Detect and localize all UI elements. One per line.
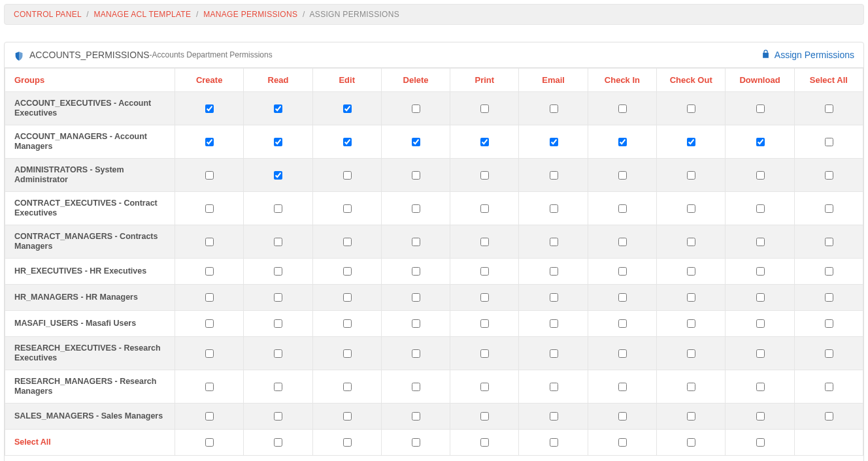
- perm-checkbox[interactable]: [412, 319, 420, 328]
- perm-checkbox[interactable]: [480, 293, 489, 302]
- perm-checkbox[interactable]: [343, 171, 352, 180]
- perm-checkbox[interactable]: [412, 267, 420, 276]
- perm-checkbox[interactable]: [412, 293, 420, 302]
- perm-checkbox[interactable]: [825, 104, 833, 113]
- perm-checkbox[interactable]: [687, 319, 695, 328]
- perm-checkbox[interactable]: [205, 138, 214, 146]
- perm-checkbox[interactable]: [205, 383, 214, 391]
- perm-checkbox[interactable]: [343, 104, 352, 113]
- breadcrumb-link-manage-permissions[interactable]: MANAGE PERMISSIONS: [203, 10, 297, 19]
- perm-checkbox[interactable]: [274, 349, 282, 358]
- perm-checkbox[interactable]: [825, 412, 833, 421]
- perm-checkbox[interactable]: [687, 383, 695, 391]
- perm-checkbox[interactable]: [274, 383, 282, 391]
- perm-checkbox[interactable]: [618, 238, 627, 246]
- perm-checkbox[interactable]: [618, 267, 627, 276]
- perm-checkbox[interactable]: [618, 293, 627, 302]
- perm-checkbox[interactable]: [618, 412, 627, 421]
- select-all-checkbox[interactable]: [480, 438, 489, 447]
- perm-checkbox[interactable]: [480, 104, 489, 113]
- perm-checkbox[interactable]: [480, 267, 489, 276]
- select-all-checkbox[interactable]: [687, 438, 695, 447]
- perm-checkbox[interactable]: [480, 204, 489, 213]
- perm-checkbox[interactable]: [343, 412, 352, 421]
- perm-checkbox[interactable]: [274, 293, 282, 302]
- perm-checkbox[interactable]: [343, 293, 352, 302]
- perm-checkbox[interactable]: [274, 319, 282, 328]
- perm-checkbox[interactable]: [550, 138, 558, 146]
- perm-checkbox[interactable]: [274, 267, 282, 276]
- perm-checkbox[interactable]: [343, 383, 352, 391]
- perm-checkbox[interactable]: [825, 319, 833, 328]
- perm-checkbox[interactable]: [480, 383, 489, 391]
- perm-checkbox[interactable]: [205, 171, 214, 180]
- breadcrumb-link-control-panel[interactable]: CONTROL PANEL: [14, 10, 81, 19]
- perm-checkbox[interactable]: [274, 204, 282, 213]
- perm-checkbox[interactable]: [687, 349, 695, 358]
- perm-checkbox[interactable]: [480, 349, 489, 358]
- perm-checkbox[interactable]: [825, 349, 833, 358]
- assign-permissions-link[interactable]: Assign Permissions: [761, 49, 854, 61]
- perm-checkbox[interactable]: [550, 412, 558, 421]
- select-all-checkbox[interactable]: [205, 438, 214, 447]
- perm-checkbox[interactable]: [825, 138, 833, 146]
- perm-checkbox[interactable]: [825, 238, 833, 246]
- perm-checkbox[interactable]: [412, 104, 420, 113]
- perm-checkbox[interactable]: [412, 349, 420, 358]
- perm-checkbox[interactable]: [825, 267, 833, 276]
- perm-checkbox[interactable]: [343, 319, 352, 328]
- perm-checkbox[interactable]: [480, 238, 489, 246]
- perm-checkbox[interactable]: [618, 138, 627, 146]
- perm-checkbox[interactable]: [412, 204, 420, 213]
- perm-checkbox[interactable]: [205, 319, 214, 328]
- perm-checkbox[interactable]: [480, 319, 489, 328]
- perm-checkbox[interactable]: [825, 171, 833, 180]
- perm-checkbox[interactable]: [756, 171, 765, 180]
- perm-checkbox[interactable]: [205, 412, 214, 421]
- select-all-checkbox[interactable]: [412, 438, 420, 447]
- perm-checkbox[interactable]: [550, 171, 558, 180]
- perm-checkbox[interactable]: [687, 138, 695, 146]
- perm-checkbox[interactable]: [618, 349, 627, 358]
- perm-checkbox[interactable]: [687, 104, 695, 113]
- perm-checkbox[interactable]: [205, 238, 214, 246]
- perm-checkbox[interactable]: [756, 412, 765, 421]
- perm-checkbox[interactable]: [343, 267, 352, 276]
- perm-checkbox[interactable]: [480, 412, 489, 421]
- perm-checkbox[interactable]: [687, 204, 695, 213]
- perm-checkbox[interactable]: [756, 267, 765, 276]
- perm-checkbox[interactable]: [756, 293, 765, 302]
- perm-checkbox[interactable]: [687, 412, 695, 421]
- perm-checkbox[interactable]: [205, 349, 214, 358]
- perm-checkbox[interactable]: [756, 238, 765, 246]
- perm-checkbox[interactable]: [343, 138, 352, 146]
- perm-checkbox[interactable]: [550, 104, 558, 113]
- perm-checkbox[interactable]: [618, 104, 627, 113]
- perm-checkbox[interactable]: [756, 204, 765, 213]
- perm-checkbox[interactable]: [205, 204, 214, 213]
- perm-checkbox[interactable]: [274, 171, 282, 180]
- select-all-checkbox[interactable]: [618, 438, 627, 447]
- perm-checkbox[interactable]: [343, 204, 352, 213]
- perm-checkbox[interactable]: [274, 138, 282, 146]
- select-all-checkbox[interactable]: [756, 438, 765, 447]
- perm-checkbox[interactable]: [618, 171, 627, 180]
- perm-checkbox[interactable]: [687, 293, 695, 302]
- perm-checkbox[interactable]: [343, 238, 352, 246]
- perm-checkbox[interactable]: [205, 267, 214, 276]
- perm-checkbox[interactable]: [550, 319, 558, 328]
- perm-checkbox[interactable]: [480, 171, 489, 180]
- perm-checkbox[interactable]: [412, 412, 420, 421]
- perm-checkbox[interactable]: [274, 238, 282, 246]
- perm-checkbox[interactable]: [205, 104, 214, 113]
- perm-checkbox[interactable]: [412, 383, 420, 391]
- perm-checkbox[interactable]: [687, 171, 695, 180]
- perm-checkbox[interactable]: [687, 238, 695, 246]
- perm-checkbox[interactable]: [756, 349, 765, 358]
- perm-checkbox[interactable]: [550, 267, 558, 276]
- select-all-checkbox[interactable]: [343, 438, 352, 447]
- perm-checkbox[interactable]: [550, 293, 558, 302]
- perm-checkbox[interactable]: [550, 349, 558, 358]
- select-all-checkbox[interactable]: [550, 438, 558, 447]
- perm-checkbox[interactable]: [274, 104, 282, 113]
